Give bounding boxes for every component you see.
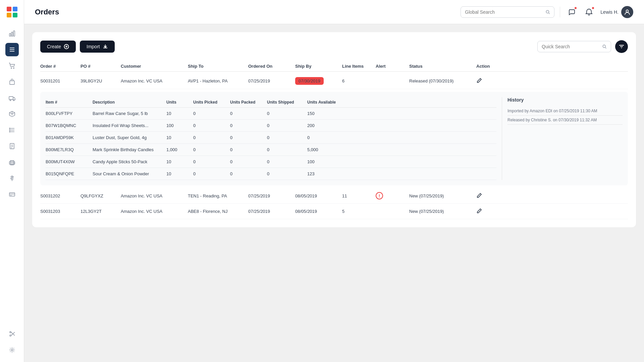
ship-to: ABE8 - Florence, NJ [188,209,248,214]
sidebar-item-box[interactable] [5,107,19,121]
quick-search-input[interactable] [542,44,599,49]
filter-icon [619,44,625,50]
col-order-num: Order # [40,64,80,69]
sidebar-item-scissors[interactable] [5,327,19,341]
svg-rect-12 [10,81,14,84]
detail-table-header: Item # Description Units Units Picked Un… [46,97,496,108]
dcol-packed: Units Packed [230,100,267,105]
svg-rect-2 [7,13,11,17]
svg-point-14 [10,100,11,101]
plus-icon [64,44,69,49]
order-id: S0031202 [40,193,80,198]
history-title: History [507,97,623,103]
order-id: S0031203 [40,209,80,214]
svg-point-10 [11,68,11,68]
dcol-description: Description [93,100,166,105]
sidebar-item-document[interactable] [5,139,19,153]
notifications-button[interactable] [583,6,595,18]
svg-rect-5 [11,32,13,36]
ship-to: AVP1 - Hazleton, PA [188,78,248,83]
line-items: 5 [342,209,376,214]
user-avatar [621,6,633,18]
po-number: Q9LFGYXZ [80,193,121,198]
svg-point-39 [626,10,629,12]
sidebar-item-list[interactable] [5,123,19,137]
sidebar-item-shipping[interactable] [5,91,19,105]
status: New (07/25/2019) [409,209,476,214]
ship-by: 07/30/2019 [295,77,342,85]
dcol-available: Units Available [307,100,351,105]
sidebar-item-card[interactable] [5,188,19,201]
global-search-input[interactable] [465,9,542,15]
col-alert: Alert [376,64,409,69]
col-ship-to: Ship To [188,64,248,69]
line-items: 6 [342,78,376,83]
dcol-shipped: Units Shipped [267,100,307,105]
sidebar-item-orders[interactable] [5,43,19,56]
ordered-on: 07/25/2019 [248,209,295,214]
ship-by: 08/05/2019 [295,209,342,214]
sidebar-item-inventory[interactable] [5,75,19,88]
content-card: Create Import [32,32,636,227]
dcol-units: Units [166,100,193,105]
dcol-picked: Units Picked [193,100,230,105]
page-title: Orders [35,8,455,16]
quick-search-icon [602,44,607,49]
col-status: Status [409,64,476,69]
sidebar-item-settings[interactable] [5,343,19,357]
order-id: S0031201 [40,78,80,83]
orders-table-header: Order # PO # Customer Ship To Ordered On… [40,61,628,72]
alert-icon: ! [376,192,383,199]
col-action: Action [476,64,503,69]
ship-by: 08/05/2019 [295,193,342,198]
expanded-detail: Item # Description Units Units Picked Un… [40,92,628,185]
table-row: S0031202 Q9LFGYXZ Amazon Inc. VC USA TEN… [40,188,628,204]
svg-line-38 [548,13,549,14]
sidebar-item-cart[interactable] [5,59,19,72]
ship-by-badge: 07/30/2019 [295,77,324,85]
svg-rect-3 [13,13,17,17]
edit-button[interactable] [476,77,503,84]
history-item: Released by Christine S. on 07/30/2019 1… [507,116,623,125]
status: New (07/25/2019) [409,193,476,198]
user-menu[interactable]: Lewis H. [600,6,633,18]
list-item: B07W1BQMNC Insulated Foil Wrap Sheets...… [46,120,496,132]
filter-button[interactable] [615,40,628,53]
list-item: B015QNFQPE Sour Cream & Onion Powder 10 … [46,168,496,180]
svg-point-15 [13,100,14,101]
customer: Amazon Inc. VC USA [121,78,188,83]
sidebar-item-analytics[interactable] [5,27,19,40]
col-ship-by: Ship By [295,64,342,69]
svg-point-37 [546,10,549,13]
import-button[interactable]: Import [80,41,115,53]
messages-button[interactable] [566,6,578,18]
po-number: 39L8GY2U [80,78,121,83]
edit-button[interactable] [476,192,503,199]
svg-point-20 [9,130,10,130]
notifications-badge [592,7,594,9]
quick-search-container[interactable] [537,41,611,52]
dcol-item-num: Item # [46,100,93,105]
svg-point-44 [603,45,605,48]
detail-table: Item # Description Units Units Picked Un… [46,97,496,180]
edit-button[interactable] [476,208,503,215]
svg-rect-4 [9,34,11,36]
ordered-on: 07/25/2019 [248,78,295,83]
create-button[interactable]: Create [40,41,76,53]
header: Orders Lewis H. [24,0,644,24]
sidebar-item-print[interactable] [5,156,19,169]
col-customer: Customer [121,64,188,69]
svg-line-45 [605,47,606,48]
sidebar-logo[interactable] [5,5,19,19]
list-item: B00MUT4X0W Candy Apple Sticks 50-Pack 10… [46,156,496,168]
search-icon [545,9,550,15]
svg-point-33 [10,335,11,336]
global-search-container[interactable] [461,6,554,18]
content-area: Create Import [24,24,644,362]
sidebar-item-dollar[interactable] [5,172,19,185]
ordered-on: 07/25/2019 [248,193,295,198]
col-ordered-on: Ordered On [248,64,295,69]
svg-point-19 [9,128,10,129]
svg-point-11 [13,68,14,68]
svg-point-36 [11,349,13,351]
